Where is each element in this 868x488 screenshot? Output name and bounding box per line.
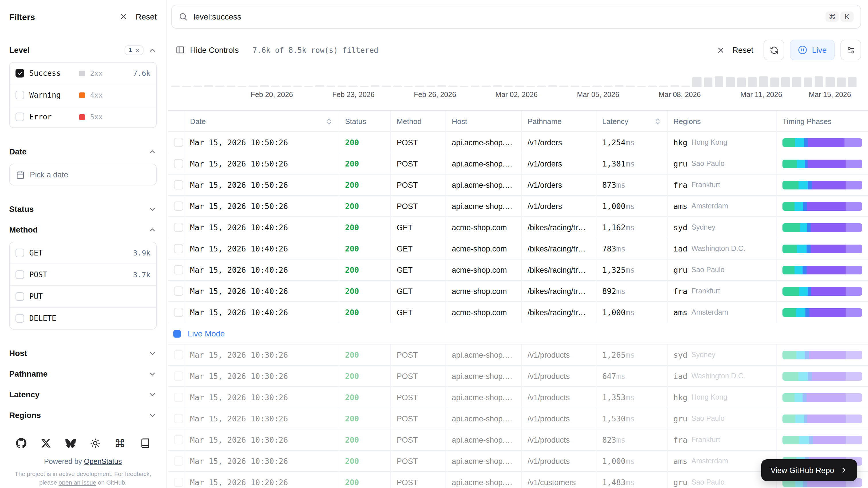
cell-select[interactable] [168, 344, 184, 366]
row-checkbox[interactable] [174, 371, 183, 380]
histogram-bar[interactable] [815, 77, 824, 87]
section-method[interactable]: Method [9, 221, 157, 238]
cell-method[interactable]: POST [391, 344, 446, 366]
histogram-bar[interactable] [327, 86, 335, 87]
cell-method[interactable]: POST [391, 451, 446, 472]
cell-regions[interactable]: iadWashington D.C. [668, 366, 777, 387]
cell-latency[interactable]: 1,381ms [596, 153, 668, 175]
histogram-bar[interactable] [526, 86, 535, 87]
cell-regions[interactable]: amsAmsterdam [668, 451, 777, 472]
cell-status[interactable]: 200 [339, 175, 391, 196]
cell-pathname[interactable]: /v1/orders [522, 196, 596, 217]
histogram-bar[interactable] [404, 86, 413, 87]
histogram-bar[interactable] [548, 85, 557, 87]
cell-host[interactable]: acme-shop.com [446, 260, 522, 281]
cell-select[interactable] [168, 302, 184, 323]
cell-date[interactable]: Mar 15, 2026 10:40:26 [184, 281, 339, 302]
cell-date[interactable]: Mar 15, 2026 10:30:26 [184, 408, 339, 429]
cell-host[interactable]: api.acme-shop.… [446, 408, 522, 429]
cell-pathname[interactable]: /v1/customers [522, 472, 596, 488]
cell-date[interactable]: Mar 15, 2026 10:30:26 [184, 429, 339, 451]
cell-pathname[interactable]: /bikes/racing/tr… [522, 260, 596, 281]
histogram-bar[interactable] [803, 78, 812, 87]
row-checkbox[interactable] [174, 414, 183, 423]
cell-timing-phases[interactable] [777, 302, 868, 323]
cell-select[interactable] [168, 408, 184, 429]
level-option-success[interactable]: Success2xx7.6k [10, 63, 156, 84]
cell-host[interactable]: acme-shop.com [446, 302, 522, 323]
cell-select[interactable] [168, 451, 184, 472]
section-host[interactable]: Host [9, 344, 157, 362]
cell-select[interactable] [168, 260, 184, 281]
cell-method[interactable]: GET [391, 238, 446, 260]
cell-host[interactable]: api.acme-shop.… [446, 175, 522, 196]
cell-date[interactable]: Mar 15, 2026 10:30:26 [184, 387, 339, 408]
histogram-bar[interactable] [726, 77, 735, 87]
cell-latency[interactable]: 1,000ms [596, 196, 668, 217]
cell-select[interactable] [168, 153, 184, 175]
checkbox[interactable] [16, 270, 24, 279]
cell-latency[interactable]: 1,000ms [596, 302, 668, 323]
histogram-bar[interactable] [338, 86, 346, 87]
cell-pathname[interactable]: /v1/products [522, 451, 596, 472]
histogram-bar[interactable] [315, 85, 324, 87]
cell-pathname[interactable]: /v1/products [522, 408, 596, 429]
cell-latency[interactable]: 1,254ms [596, 132, 668, 153]
histogram-bar[interactable] [448, 86, 457, 87]
row-checkbox[interactable] [174, 286, 183, 296]
section-pathname[interactable]: Pathname [9, 365, 157, 383]
cell-regions[interactable]: fraFrankfurt [668, 175, 777, 196]
histogram-bar[interactable] [493, 85, 502, 87]
histogram-bar[interactable] [193, 86, 202, 87]
cell-method[interactable]: POST [391, 472, 446, 488]
cell-pathname[interactable]: /bikes/racing/tr… [522, 238, 596, 260]
row-checkbox[interactable] [174, 202, 183, 211]
cell-timing-phases[interactable] [777, 153, 868, 175]
cell-method[interactable]: POST [391, 196, 446, 217]
cell-latency[interactable]: 1,530ms [596, 408, 668, 429]
cell-select[interactable] [168, 281, 184, 302]
cell-timing-phases[interactable] [777, 344, 868, 366]
live-mode-row[interactable]: Live Mode [168, 323, 868, 344]
histogram-bar[interactable] [559, 86, 568, 87]
section-date[interactable]: Date [9, 143, 157, 160]
cell-pathname[interactable]: /bikes/racing/tr… [522, 217, 596, 238]
cell-method[interactable]: POST [391, 175, 446, 196]
checkbox[interactable] [16, 69, 24, 78]
cell-host[interactable]: api.acme-shop.… [446, 344, 522, 366]
cell-date[interactable]: Mar 15, 2026 10:50:26 [184, 153, 339, 175]
search-input[interactable]: level:success ⌘ K [171, 5, 861, 29]
histogram-bar[interactable] [759, 77, 768, 87]
histogram-bar[interactable] [460, 86, 468, 87]
histogram-bar[interactable] [437, 85, 446, 87]
row-checkbox[interactable] [174, 435, 183, 445]
cell-status[interactable]: 200 [339, 451, 391, 472]
section-regions[interactable]: Regions [9, 406, 157, 424]
histogram-bar[interactable] [848, 77, 857, 87]
histogram-bar[interactable] [226, 86, 236, 87]
histogram-bar[interactable] [793, 77, 801, 87]
cell-regions[interactable]: fraFrankfurt [668, 281, 777, 302]
github-icon[interactable] [16, 438, 26, 448]
histogram-bar[interactable] [371, 85, 380, 87]
cell-method[interactable]: POST [391, 429, 446, 451]
cell-date[interactable]: Mar 15, 2026 10:40:26 [184, 302, 339, 323]
method-option-post[interactable]: POST3.7k [10, 264, 156, 286]
cell-date[interactable]: Mar 15, 2026 10:30:26 [184, 451, 339, 472]
histogram-bar[interactable] [205, 85, 213, 87]
cell-host[interactable]: acme-shop.com [446, 281, 522, 302]
cell-latency[interactable]: 892ms [596, 281, 668, 302]
histogram-bar[interactable] [570, 86, 580, 87]
method-option-get[interactable]: GET3.9k [10, 242, 156, 264]
checkbox[interactable] [16, 249, 24, 257]
cell-timing-phases[interactable] [777, 429, 868, 451]
cell-regions[interactable]: gruSao Paulo [668, 260, 777, 281]
sort-icon[interactable] [654, 117, 661, 125]
histogram-bar[interactable] [748, 77, 757, 87]
cell-status[interactable]: 200 [339, 260, 391, 281]
level-option-warning[interactable]: Warning4xx [10, 84, 156, 106]
open-issue-link[interactable]: open an issue [59, 479, 96, 486]
cell-status[interactable]: 200 [339, 408, 391, 429]
histogram-bar[interactable] [171, 86, 180, 87]
cell-latency[interactable]: 1,000ms [596, 451, 668, 472]
